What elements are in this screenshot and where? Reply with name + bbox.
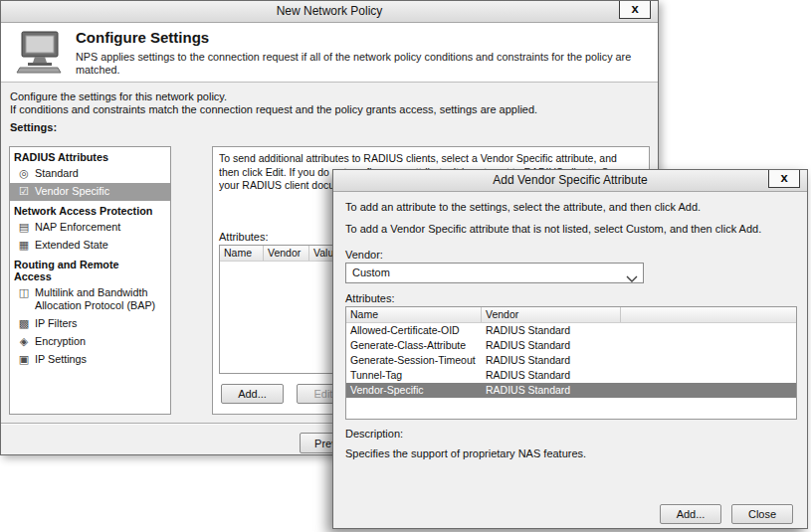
sidebar-item-label: NAP Enforcement (35, 221, 120, 234)
sidebar-item-label: Extended State (35, 239, 108, 252)
sidebar-item-label: IP Filters (35, 317, 77, 330)
sidebar-item-standard[interactable]: ◎Standard (10, 165, 170, 183)
intro-line-2: If conditions and constraints match the … (10, 103, 537, 115)
vsa-table-header-row: NameVendor (346, 307, 796, 323)
add-button[interactable]: Add... (221, 384, 284, 404)
column-header-name[interactable]: Name (346, 307, 482, 322)
titlebar[interactable]: Add Vendor Specific Attribute x (333, 170, 807, 192)
nap-enforcement-icon: ▤ (17, 221, 31, 234)
computer-icon (16, 31, 62, 75)
column-header-filler (621, 307, 796, 322)
sidebar-group-network-access-protection: Network Access Protection (10, 201, 170, 219)
attribute-name-cell: Tunnel-Tag (346, 368, 482, 383)
wizard-header: Configure Settings NPS applies settings … (1, 23, 658, 83)
instruction-line-1: To add an attribute to the settings, sel… (345, 201, 701, 213)
close-icon[interactable]: x (619, 1, 651, 19)
add-vendor-specific-attribute-dialog: Add Vendor Specific Attribute x To add a… (332, 169, 808, 529)
column-header-name[interactable]: Name (220, 246, 264, 261)
sidebar-group-routing-and-remote-access: Routing and Remote Access (10, 255, 131, 284)
dialog-title: Add Vendor Specific Attribute (333, 170, 807, 191)
multilink-bap-icon: ◫ (17, 286, 31, 299)
vendor-select[interactable]: Custom (345, 263, 644, 283)
sidebar-item-label: Multilink and Bandwidth Allocation Proto… (35, 286, 156, 312)
standard-attribute-icon: ◎ (17, 167, 31, 180)
titlebar[interactable]: New Network Policy x (1, 1, 658, 23)
attribute-vendor-cell: RADIUS Standard (482, 368, 796, 383)
sidebar-item-extended-state[interactable]: ▦Extended State (10, 237, 170, 255)
page-subtitle: NPS applies settings to the connection r… (76, 51, 644, 77)
ip-settings-icon: ▣ (17, 353, 31, 366)
sidebar-item-encryption[interactable]: ◈Encryption (10, 333, 170, 351)
vendor-label: Vendor: (345, 249, 383, 261)
settings-sidebar: RADIUS Attributes◎Standard☑Vendor Specif… (9, 146, 171, 415)
attribute-row-tunnel-tag[interactable]: Tunnel-TagRADIUS Standard (346, 368, 796, 383)
chevron-down-icon[interactable] (626, 269, 638, 277)
attribute-row-allowed-certificate-oid[interactable]: Allowed-Certificate-OIDRADIUS Standard (346, 323, 796, 338)
intro-line-1: Configure the settings for this network … (10, 90, 227, 102)
attribute-row-generate-session-timeout[interactable]: Generate-Session-TimeoutRADIUS Standard (346, 353, 796, 368)
vsa-table-body: Allowed-Certificate-OIDRADIUS StandardGe… (346, 323, 796, 398)
attribute-name-cell: Allowed-Certificate-OID (346, 323, 482, 338)
attributes-label: Attributes: (219, 231, 269, 243)
sidebar-group-radius-attributes: RADIUS Attributes (10, 147, 170, 165)
sidebar-item-label: IP Settings (35, 353, 87, 366)
sidebar-item-ip-filters[interactable]: ▩IP Filters (10, 315, 170, 333)
ip-filters-icon: ▩ (17, 317, 31, 330)
description-text: Specifies the support of proprietary NAS… (345, 447, 586, 459)
close-button[interactable]: Close (731, 504, 793, 524)
sidebar-item-nap-enforcement[interactable]: ▤NAP Enforcement (10, 219, 170, 237)
vendor-selected-value: Custom (352, 264, 390, 282)
column-header-vendor[interactable]: Vendor (482, 307, 621, 322)
attributes-label: Attributes: (345, 292, 395, 304)
description-label: Description: (345, 428, 403, 440)
encryption-icon: ◈ (17, 335, 31, 348)
attribute-vendor-cell: RADIUS Standard (482, 353, 796, 368)
sidebar-item-multilink-and-bandwidth-allocation-protocol-bap[interactable]: ◫Multilink and Bandwidth Allocation Prot… (10, 284, 170, 315)
extended-state-icon: ▦ (17, 239, 31, 252)
attribute-name-cell: Generate-Class-Attribute (346, 338, 482, 353)
sidebar-item-label: Encryption (35, 335, 86, 348)
screen: New Network Policy x Configure Settings … (0, 0, 811, 532)
attribute-name-cell: Generate-Session-Timeout (346, 353, 482, 368)
instruction-line-1: To send additional attributes to RADIUS … (219, 152, 648, 166)
vendor-specific-icon: ☑ (17, 185, 31, 198)
sidebar-item-label: Standard (35, 167, 79, 180)
dialog-title: New Network Policy (1, 1, 658, 22)
close-icon[interactable]: x (768, 170, 800, 188)
settings-label: Settings: (10, 121, 57, 133)
attribute-vendor-cell: RADIUS Standard (482, 323, 796, 338)
add-attribute-button[interactable]: Add... (660, 504, 721, 524)
attribute-vendor-cell: RADIUS Standard (482, 383, 796, 398)
attribute-name-cell: Vendor-Specific (346, 383, 482, 398)
attribute-row-generate-class-attribute[interactable]: Generate-Class-AttributeRADIUS Standard (346, 338, 796, 353)
vsa-attributes-table: NameVendor Allowed-Certificate-OIDRADIUS… (345, 306, 797, 420)
page-title: Configure Settings (76, 29, 209, 46)
column-header-vendor[interactable]: Vendor (264, 246, 309, 261)
sidebar-item-label: Vendor Specific (35, 185, 109, 198)
attribute-row-vendor-specific[interactable]: Vendor-SpecificRADIUS Standard (346, 383, 796, 398)
sidebar-item-ip-settings[interactable]: ▣IP Settings (10, 351, 170, 369)
attribute-vendor-cell: RADIUS Standard (482, 338, 796, 353)
sidebar-item-vendor-specific[interactable]: ☑Vendor Specific (10, 183, 170, 201)
instruction-line-2: To add a Vendor Specific attribute that … (345, 223, 761, 235)
